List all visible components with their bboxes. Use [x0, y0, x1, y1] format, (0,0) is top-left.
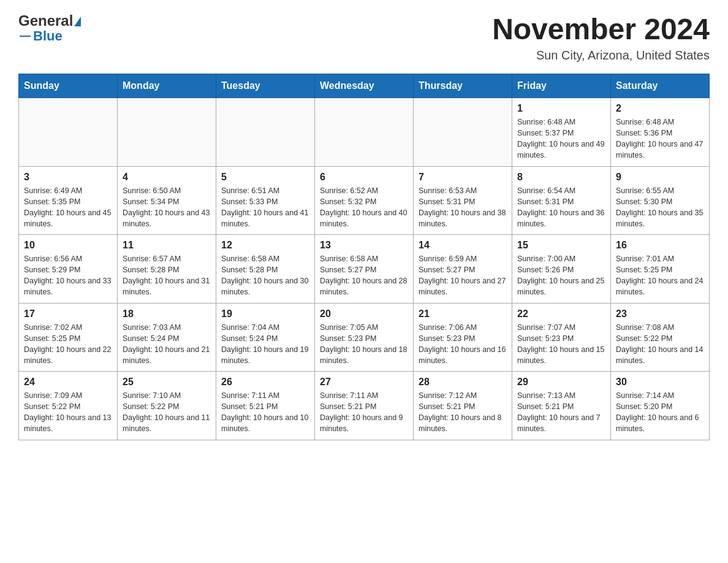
calendar-cell	[216, 98, 315, 167]
day-number: 4	[123, 172, 211, 183]
calendar-cell	[19, 98, 118, 167]
calendar-cell: 29Sunrise: 7:13 AM Sunset: 5:21 PM Dayli…	[512, 372, 611, 440]
calendar-cell: 16Sunrise: 7:01 AM Sunset: 5:25 PM Dayli…	[611, 235, 710, 304]
calendar-cell: 15Sunrise: 7:00 AM Sunset: 5:26 PM Dayli…	[512, 235, 611, 304]
day-number: 9	[616, 172, 704, 183]
day-number: 10	[24, 240, 112, 251]
day-number: 1	[517, 103, 605, 114]
calendar-week-4: 17Sunrise: 7:02 AM Sunset: 5:25 PM Dayli…	[19, 303, 710, 372]
day-number: 12	[221, 240, 309, 251]
day-info: Sunrise: 6:58 AM Sunset: 5:28 PM Dayligh…	[221, 253, 309, 298]
day-info: Sunrise: 7:13 AM Sunset: 5:21 PM Dayligh…	[517, 390, 605, 435]
day-info: Sunrise: 6:58 AM Sunset: 5:27 PM Dayligh…	[320, 253, 408, 298]
day-info: Sunrise: 7:12 AM Sunset: 5:21 PM Dayligh…	[419, 390, 507, 435]
day-number: 15	[517, 240, 605, 251]
day-info: Sunrise: 7:03 AM Sunset: 5:24 PM Dayligh…	[123, 322, 211, 367]
day-number: 19	[221, 308, 309, 320]
calendar-header-tuesday: Tuesday	[216, 74, 315, 98]
day-number: 3	[24, 172, 112, 183]
day-info: Sunrise: 7:05 AM Sunset: 5:23 PM Dayligh…	[320, 322, 408, 367]
day-number: 28	[419, 377, 507, 388]
calendar-cell: 22Sunrise: 7:07 AM Sunset: 5:23 PM Dayli…	[512, 303, 611, 372]
day-number: 27	[320, 377, 408, 388]
day-info: Sunrise: 7:14 AM Sunset: 5:20 PM Dayligh…	[616, 390, 704, 435]
day-info: Sunrise: 7:11 AM Sunset: 5:21 PM Dayligh…	[221, 390, 309, 435]
calendar-cell: 11Sunrise: 6:57 AM Sunset: 5:28 PM Dayli…	[118, 235, 216, 304]
day-number: 11	[123, 240, 211, 251]
day-number: 26	[221, 377, 309, 388]
day-number: 29	[517, 377, 605, 388]
logo-line	[20, 36, 31, 37]
calendar-week-5: 24Sunrise: 7:09 AM Sunset: 5:22 PM Dayli…	[19, 372, 710, 440]
calendar-cell	[315, 98, 414, 167]
calendar-cell: 27Sunrise: 7:11 AM Sunset: 5:21 PM Dayli…	[315, 372, 414, 440]
day-info: Sunrise: 6:49 AM Sunset: 5:35 PM Dayligh…	[24, 185, 112, 230]
calendar-cell: 12Sunrise: 6:58 AM Sunset: 5:28 PM Dayli…	[216, 235, 315, 304]
calendar-cell: 4Sunrise: 6:50 AM Sunset: 5:34 PM Daylig…	[118, 166, 216, 235]
day-number: 30	[616, 377, 704, 388]
day-info: Sunrise: 7:04 AM Sunset: 5:24 PM Dayligh…	[221, 322, 309, 367]
calendar-cell: 26Sunrise: 7:11 AM Sunset: 5:21 PM Dayli…	[216, 372, 315, 440]
day-number: 16	[616, 240, 704, 251]
calendar-cell: 6Sunrise: 6:52 AM Sunset: 5:32 PM Daylig…	[315, 166, 414, 235]
calendar-cell: 5Sunrise: 6:51 AM Sunset: 5:33 PM Daylig…	[216, 166, 315, 235]
day-info: Sunrise: 7:07 AM Sunset: 5:23 PM Dayligh…	[517, 322, 605, 367]
calendar-cell: 21Sunrise: 7:06 AM Sunset: 5:23 PM Dayli…	[414, 303, 512, 372]
day-info: Sunrise: 7:11 AM Sunset: 5:21 PM Dayligh…	[320, 390, 408, 435]
day-number: 25	[123, 377, 211, 388]
logo-blue: Blue	[33, 28, 63, 44]
calendar-week-3: 10Sunrise: 6:56 AM Sunset: 5:29 PM Dayli…	[19, 235, 710, 304]
calendar-title: November 2024	[492, 12, 710, 46]
day-number: 17	[24, 308, 112, 320]
calendar-cell: 1Sunrise: 6:48 AM Sunset: 5:37 PM Daylig…	[512, 98, 611, 167]
day-info: Sunrise: 7:06 AM Sunset: 5:23 PM Dayligh…	[419, 322, 507, 367]
calendar-cell: 10Sunrise: 6:56 AM Sunset: 5:29 PM Dayli…	[19, 235, 118, 304]
calendar-cell	[414, 98, 512, 167]
day-info: Sunrise: 6:56 AM Sunset: 5:29 PM Dayligh…	[24, 253, 112, 298]
calendar-cell: 18Sunrise: 7:03 AM Sunset: 5:24 PM Dayli…	[118, 303, 216, 372]
calendar-cell: 9Sunrise: 6:55 AM Sunset: 5:30 PM Daylig…	[611, 166, 710, 235]
calendar-cell: 13Sunrise: 6:58 AM Sunset: 5:27 PM Dayli…	[315, 235, 414, 304]
day-number: 21	[419, 308, 507, 320]
day-info: Sunrise: 7:02 AM Sunset: 5:25 PM Dayligh…	[24, 322, 112, 367]
day-info: Sunrise: 6:54 AM Sunset: 5:31 PM Dayligh…	[517, 185, 605, 230]
day-number: 18	[123, 308, 211, 320]
day-info: Sunrise: 7:08 AM Sunset: 5:22 PM Dayligh…	[616, 322, 704, 367]
calendar-cell: 2Sunrise: 6:48 AM Sunset: 5:36 PM Daylig…	[611, 98, 710, 167]
day-info: Sunrise: 7:01 AM Sunset: 5:25 PM Dayligh…	[616, 253, 704, 298]
page-header: General Blue November 2024 Sun City, Ari…	[18, 12, 710, 63]
calendar-header-row: SundayMondayTuesdayWednesdayThursdayFrid…	[19, 74, 710, 98]
day-number: 22	[517, 308, 605, 320]
calendar-cell: 7Sunrise: 6:53 AM Sunset: 5:31 PM Daylig…	[414, 166, 512, 235]
day-info: Sunrise: 6:53 AM Sunset: 5:31 PM Dayligh…	[419, 185, 507, 230]
calendar-week-1: 1Sunrise: 6:48 AM Sunset: 5:37 PM Daylig…	[19, 98, 710, 167]
calendar-header-wednesday: Wednesday	[315, 74, 414, 98]
day-info: Sunrise: 6:55 AM Sunset: 5:30 PM Dayligh…	[616, 185, 704, 230]
logo-general: General	[18, 12, 73, 29]
calendar-header-monday: Monday	[118, 74, 216, 98]
day-number: 13	[320, 240, 408, 251]
day-number: 5	[221, 172, 309, 183]
day-info: Sunrise: 6:57 AM Sunset: 5:28 PM Dayligh…	[123, 253, 211, 298]
day-number: 6	[320, 172, 408, 183]
calendar-cell: 8Sunrise: 6:54 AM Sunset: 5:31 PM Daylig…	[512, 166, 611, 235]
calendar-cell: 3Sunrise: 6:49 AM Sunset: 5:35 PM Daylig…	[19, 166, 118, 235]
day-info: Sunrise: 6:50 AM Sunset: 5:34 PM Dayligh…	[123, 185, 211, 230]
calendar-cell: 19Sunrise: 7:04 AM Sunset: 5:24 PM Dayli…	[216, 303, 315, 372]
day-info: Sunrise: 6:51 AM Sunset: 5:33 PM Dayligh…	[221, 185, 309, 230]
day-info: Sunrise: 7:09 AM Sunset: 5:22 PM Dayligh…	[24, 390, 112, 435]
calendar-cell: 25Sunrise: 7:10 AM Sunset: 5:22 PM Dayli…	[118, 372, 216, 440]
day-info: Sunrise: 6:48 AM Sunset: 5:37 PM Dayligh…	[517, 117, 605, 161]
calendar-week-2: 3Sunrise: 6:49 AM Sunset: 5:35 PM Daylig…	[19, 166, 710, 235]
day-info: Sunrise: 7:00 AM Sunset: 5:26 PM Dayligh…	[517, 253, 605, 298]
calendar-cell: 28Sunrise: 7:12 AM Sunset: 5:21 PM Dayli…	[414, 372, 512, 440]
day-info: Sunrise: 7:10 AM Sunset: 5:22 PM Dayligh…	[123, 390, 211, 435]
day-number: 7	[419, 172, 507, 183]
day-info: Sunrise: 6:48 AM Sunset: 5:36 PM Dayligh…	[616, 117, 704, 161]
calendar-header-sunday: Sunday	[19, 74, 118, 98]
calendar-cell	[118, 98, 216, 167]
calendar-cell: 14Sunrise: 6:59 AM Sunset: 5:27 PM Dayli…	[414, 235, 512, 304]
calendar-cell: 20Sunrise: 7:05 AM Sunset: 5:23 PM Dayli…	[315, 303, 414, 372]
calendar-subtitle: Sun City, Arizona, United States	[492, 48, 710, 63]
logo: General Blue	[18, 12, 81, 44]
